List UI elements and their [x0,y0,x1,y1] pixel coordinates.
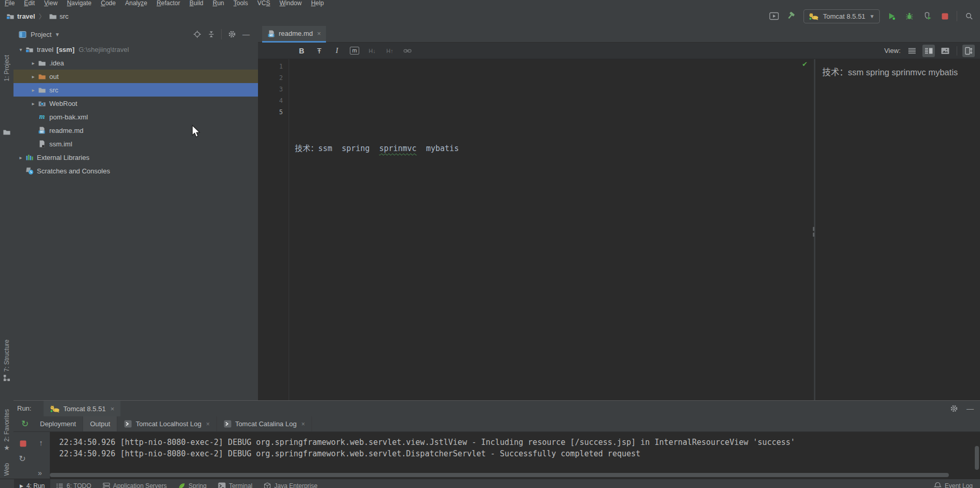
show-editor-only-icon[interactable] [906,45,918,57]
tree-item-out[interactable]: ▸out [13,70,258,83]
stop-button[interactable] [939,10,950,22]
editor-tab-readme[interactable]: MD readme.md × [262,26,326,43]
menu-vcs[interactable]: VCS [253,0,275,7]
statusbar-application-servers[interactable]: Application Servers [97,479,172,488]
event-log-button[interactable]: Event Log [934,479,973,488]
folder-module-icon [25,45,34,53]
statusbar-6-todo[interactable]: 6: TODO [50,479,97,488]
run-tab-tomcat-catalina-log[interactable]: Tomcat Catalina Log× [217,416,312,431]
tree-item-idea[interactable]: ▸.idea [13,56,258,70]
tree-item-readme-md[interactable]: MDreadme.md [13,124,258,137]
breadcrumb-folder[interactable]: src [49,12,69,20]
editor-code-line[interactable]: 技术：ssm spring sprinmvc mybatis [295,142,459,153]
tree-item-scratches-and-consoles[interactable]: Scratches and Consoles [13,164,258,178]
run-button[interactable] [886,10,897,22]
debug-button[interactable] [904,10,915,22]
auto-scroll-preview-icon[interactable] [962,45,975,57]
run-tab-tomcat-localhost-log[interactable]: Tomcat Localhost Log× [117,416,216,431]
tree-item-ssm-iml[interactable]: ssm.iml [13,137,258,151]
hide-panel-icon[interactable]: — [242,32,250,37]
show-preview-only-icon[interactable] [939,45,951,57]
console-vertical-scrollbar[interactable] [975,446,979,470]
tree-toggle-icon[interactable]: ▾ [17,47,25,52]
menu-run[interactable]: Run [208,0,229,7]
hide-panel-icon[interactable]: — [967,406,974,411]
console-line: 22:34:50.926 [http-nio-8080-exec-2] DEBU… [59,448,980,459]
md-code-span-button[interactable]: m [349,45,360,57]
tree-item-external-libraries[interactable]: ▸External Libraries [13,151,258,164]
markdown-preview-panel: 技术：ssm spring sprinmvc mybatis [815,59,980,400]
rerun-icon[interactable]: ↻ [19,416,31,431]
chevron-down-icon[interactable]: ▼ [55,32,60,37]
menu-analyze[interactable]: Analyze [120,0,152,7]
build-hammer-icon[interactable] [786,10,797,22]
menu-build[interactable]: Build [185,0,208,7]
splitter-handle[interactable] [812,227,815,238]
select-opened-file-icon[interactable] [193,30,201,38]
tree-toggle-icon[interactable]: ▸ [29,101,37,106]
md-header-level-down-button[interactable]: H↓ [367,45,377,57]
menu-view[interactable]: View [39,0,62,7]
tree-item-src[interactable]: ▸src [13,83,258,97]
open-in-frame-icon[interactable] [768,10,780,22]
tree-toggle-icon[interactable]: ▸ [29,87,37,93]
markdown-icon: MD [37,126,47,134]
console-horizontal-scrollbar[interactable] [50,473,949,477]
md-strikethrough-button[interactable]: Ŧ [314,45,324,57]
menu-edit[interactable]: Edit [19,0,39,7]
toolbar-divider [957,46,957,56]
project-panel-title[interactable]: Project [31,31,51,38]
console-output[interactable]: 22:34:50.926 [http-nio-8080-exec-2] DEBU… [50,432,980,479]
stripe-button-7-structure[interactable]: 7: Structure [0,340,13,401]
stripe-button-2-favorites[interactable]: 2: Favorites★ [0,409,13,463]
run-tab-output[interactable]: Output [83,416,117,431]
statusbar-terminal[interactable]: Terminal [212,479,258,488]
view-label: View: [884,47,901,55]
markdown-view-switcher: View: [884,43,975,59]
tree-item-travel[interactable]: ▾travel[ssm]G:\shejiing\travel [13,43,258,56]
tree-item-pom-bak-xml[interactable]: mpom-bak.xml [13,110,258,124]
stripe-folder-icon[interactable] [3,128,11,136]
collapse-all-icon[interactable] [208,31,215,38]
run-config-tab[interactable]: Tomcat 8.5.51 × [44,401,120,416]
md-italic-button[interactable]: I [332,45,342,57]
menu-help[interactable]: Help [306,0,329,7]
close-icon[interactable]: × [205,421,210,428]
menu-refactor[interactable]: Refactor [152,0,185,7]
run-tab-deployment[interactable]: Deployment [33,416,83,431]
run-with-coverage-button[interactable] [921,10,933,22]
menu-code[interactable]: Code [96,0,120,7]
search-everywhere-icon[interactable] [963,10,975,22]
inspections-ok-icon[interactable]: ✔ [802,60,808,68]
tree-item-webroot[interactable]: ▸WebRoot [13,97,258,110]
statusbar-spring[interactable]: Spring [172,479,212,488]
more-actions-chevrons-icon[interactable]: » [35,468,45,478]
md-bold-button[interactable]: B [296,45,307,57]
stripe-button-1-project[interactable]: 1: Project [0,55,13,100]
scroll-up-icon[interactable]: ↑ [36,438,46,447]
menu-file[interactable]: File [0,0,19,7]
menu-tools[interactable]: Tools [229,0,253,7]
line-number: 1 [262,61,283,72]
statusbar-4-run[interactable]: ▶4: Run [14,479,50,488]
gear-icon[interactable] [950,404,958,413]
breadcrumb-project[interactable]: travel [6,12,35,20]
run-configuration-select[interactable]: Tomcat 8.5.51 ▼ [804,9,880,23]
close-icon[interactable]: × [300,421,305,428]
close-icon[interactable]: × [316,30,321,37]
show-editor-and-preview-icon[interactable] [922,45,935,57]
close-icon[interactable]: × [110,405,115,413]
md-header-level-up-button[interactable]: H↑ [385,45,395,57]
menu-navigate[interactable]: Navigate [62,0,96,7]
gear-icon[interactable] [228,30,236,38]
run-configuration-label: Tomcat 8.5.51 [823,12,865,20]
editor[interactable]: 12345 技术：ssm spring sprinmvc mybatis ✔ [258,59,814,400]
tree-toggle-icon[interactable]: ▸ [29,74,37,79]
stop-icon[interactable] [18,439,28,448]
tree-toggle-icon[interactable]: ▸ [17,155,25,160]
md-link-button[interactable] [402,45,413,57]
tree-toggle-icon[interactable]: ▸ [29,60,37,66]
statusbar-java-enterprise[interactable]: Java Enterprise [258,479,323,488]
menu-window[interactable]: Window [275,0,306,7]
restart-icon[interactable]: ↻ [18,454,27,463]
